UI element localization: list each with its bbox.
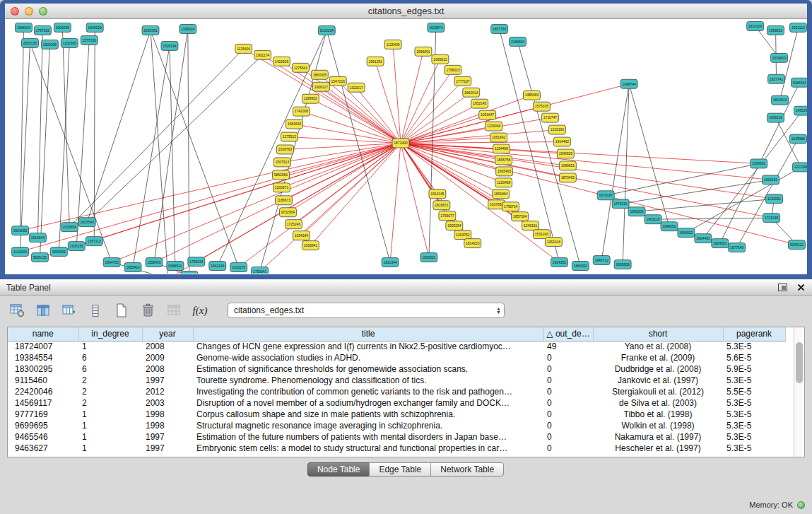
graph-node[interactable]: 1679197 — [597, 191, 614, 200]
tab-network-table[interactable]: Network Table — [430, 462, 504, 477]
graph-node[interactable]: 1819109 — [747, 21, 764, 30]
graph-node[interactable]: 1061642 — [490, 133, 507, 142]
graph-node[interactable]: 1623181 — [763, 175, 779, 185]
column-header-short[interactable]: short — [593, 327, 723, 341]
graph-node[interactable]: 1924355 — [551, 258, 567, 267]
graph-node[interactable]: 1904705 — [103, 258, 120, 267]
column-header-pagerank[interactable]: pagerank — [723, 327, 785, 341]
graph-node[interactable]: 1959203 — [767, 25, 784, 35]
import-table-button[interactable] — [164, 301, 184, 320]
graph-node[interactable]: 1777107 — [454, 76, 471, 86]
graph-node[interactable]: 1186673 — [276, 196, 293, 205]
table-row[interactable]: 977716911998Corpus callosum shape and si… — [8, 409, 785, 420]
graph-node[interactable]: 9505135 — [31, 253, 48, 262]
table-row[interactable]: 1830029562008Estimation of significance … — [8, 363, 785, 375]
table-row[interactable]: 1872400712008Changes of HCN gene express… — [8, 341, 785, 352]
graph-node[interactable]: 1891864 — [493, 189, 510, 199]
graph-node[interactable]: 1275512 — [281, 132, 298, 141]
graph-node[interactable]: 1721035 — [763, 214, 780, 223]
table-row[interactable]: 1456911722003Disruption of a novel membe… — [8, 397, 785, 409]
table-vertical-scrollbar[interactable] — [794, 327, 804, 457]
graph-node[interactable]: 1905836 — [614, 260, 631, 269]
table-mode-button[interactable] — [7, 301, 27, 320]
graph-node[interactable]: 1635986 — [789, 134, 806, 144]
graph-node[interactable]: 1540929 — [557, 149, 574, 158]
graph-node[interactable]: 1914462 — [553, 137, 570, 146]
graph-node[interactable]: 1095812 — [432, 54, 449, 64]
table-row[interactable]: 1938455462009Genome-wide association stu… — [8, 352, 785, 363]
graph-node[interactable]: 1755077 — [439, 211, 456, 221]
graph-node[interactable]: 1948220 — [86, 23, 103, 32]
graph-node[interactable]: 1948712 — [593, 256, 610, 265]
graph-node[interactable]: 1903205 — [41, 40, 58, 49]
graph-node[interactable]: 1189952 — [302, 94, 319, 103]
graph-node[interactable]: 1963118 — [645, 215, 661, 224]
table-selector-dropdown[interactable]: citations_edges.txt ▲▼ — [228, 303, 505, 318]
graph-node[interactable]: 1528194 — [161, 41, 178, 50]
graph-node[interactable]: 1635841 — [302, 241, 319, 250]
graph-node[interactable]: 2020654 — [61, 223, 78, 232]
graph-node[interactable]: 1750341 — [252, 267, 269, 274]
graph-node[interactable]: 1857364 — [512, 212, 529, 221]
column-header-name[interactable]: name — [8, 327, 78, 341]
float-panel-icon[interactable] — [777, 283, 787, 292]
graph-node[interactable]: 1988034 — [16, 23, 33, 32]
graph-node[interactable]: 1694522 — [678, 228, 695, 238]
graph-node[interactable]: 1662145 — [209, 262, 226, 271]
create-column-button[interactable] — [59, 301, 79, 320]
graph-node[interactable]: 2183604 — [510, 37, 526, 46]
graph-node[interactable]: 1895758 — [495, 156, 512, 165]
graph-node[interactable]: 1725246 — [285, 220, 302, 229]
graph-node[interactable]: 1814203 — [464, 239, 481, 248]
table-row[interactable]: 946554611997Estimation of the future num… — [8, 431, 785, 443]
graph-node[interactable]: 1202395 — [61, 38, 78, 47]
graph-node[interactable]: 1189024 — [180, 24, 196, 33]
table-row[interactable]: 2242004622012Investigating the contribut… — [8, 386, 785, 397]
delete-table-button[interactable] — [138, 301, 158, 320]
graph-node[interactable]: 1091647 — [479, 110, 496, 119]
graph-node[interactable]: 2026061 — [142, 25, 159, 35]
table-row[interactable]: 911546021997Tourette syndrome. Phenomeno… — [8, 375, 785, 386]
graph-node[interactable]: 1130203 — [12, 247, 29, 257]
graph-node[interactable]: 1577030 — [81, 35, 98, 45]
graph-node[interactable]: 1873492 — [559, 173, 576, 182]
graph-node[interactable]: 1710747 — [541, 113, 558, 122]
graph-node[interactable]: 1757202 — [34, 25, 51, 35]
graph-node[interactable]: 1507913 — [274, 158, 291, 167]
graph-node[interactable]: 9732954 — [279, 208, 296, 217]
graph-node[interactable]: 1275641 — [292, 63, 309, 72]
graph-node[interactable]: 1755034 — [188, 257, 205, 267]
graph-node[interactable]: 2026065 — [12, 226, 29, 235]
graph-node[interactable]: 1125439 — [384, 40, 401, 49]
show-columns-button[interactable] — [33, 301, 53, 320]
graph-node[interactable]: 1914145 — [429, 189, 446, 199]
graph-node[interactable]: 1860992 — [572, 262, 589, 271]
graph-node[interactable]: 1905118 — [767, 113, 784, 122]
network-canvas[interactable]: 1872400160612711899521742008158163312755… — [5, 19, 807, 274]
graph-node[interactable]: 1696091 — [415, 47, 432, 56]
tab-edge-table[interactable]: Edge Table — [369, 462, 431, 477]
graph-node[interactable]: 1590531 — [50, 247, 67, 257]
graph-node[interactable]: 1818871 — [433, 201, 450, 210]
graph-node[interactable]: 1357113 — [86, 237, 102, 246]
graph-node[interactable]: 2055135 — [22, 38, 39, 47]
graph-node[interactable]: 1558450 — [146, 258, 163, 267]
graph-node[interactable]: 8133104 — [318, 25, 335, 35]
graph-node[interactable]: 1632270 — [230, 263, 247, 272]
scrollbar-thumb[interactable] — [796, 342, 803, 383]
graph-node[interactable]: 1948744 — [620, 79, 637, 88]
table-row[interactable]: 969969511998Structural magnetic resonanc… — [8, 420, 785, 431]
graph-node[interactable]: 1924501 — [712, 239, 729, 248]
graph-node[interactable]: 1823540 — [78, 218, 95, 227]
tab-node-table[interactable]: Node Table — [307, 462, 370, 477]
graph-node[interactable]: 1132001 — [766, 194, 783, 204]
graph-node[interactable]: 1921344 — [382, 258, 399, 267]
graph-node[interactable]: 2051110 — [789, 23, 806, 32]
graph-node[interactable]: 1094552 — [661, 222, 678, 231]
graph-node[interactable]: 1905294 — [446, 221, 463, 230]
graph-node[interactable]: 1581633 — [286, 119, 302, 129]
graph-node[interactable]: 1248151 — [522, 221, 539, 230]
network-window-titlebar[interactable]: citations_edges.txt — [5, 4, 807, 19]
graph-node[interactable]: 1824505 — [181, 271, 198, 274]
graph-node[interactable]: 1221398 — [792, 163, 807, 172]
